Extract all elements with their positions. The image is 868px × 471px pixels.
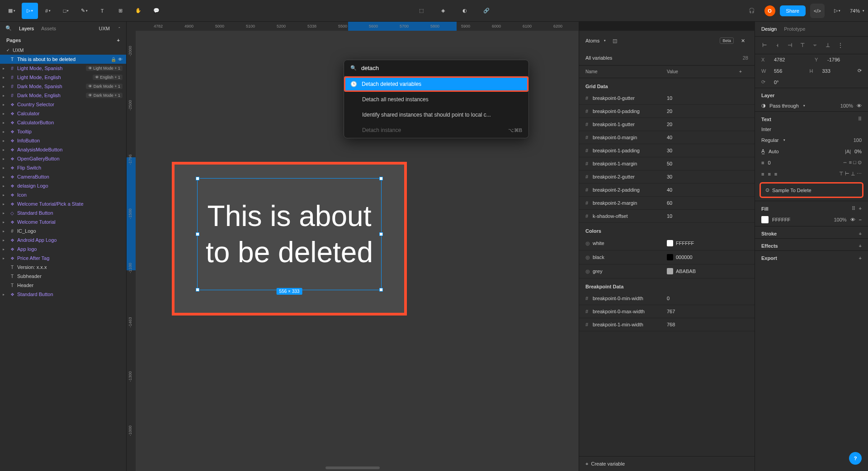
variable-row[interactable]: #breakpoint-1-margin50 <box>579 157 755 170</box>
variable-row[interactable]: #breakpoint-1-padding30 <box>579 144 755 157</box>
layer-row[interactable]: TVersion: x.x.x <box>0 263 126 272</box>
constrain-icon[interactable]: ⟳ <box>858 68 862 74</box>
dev-mode-button[interactable]: </> <box>810 4 825 18</box>
line-height-value[interactable]: Auto <box>769 149 779 154</box>
link-icon[interactable]: 🔗 <box>478 3 495 19</box>
zoom-level[interactable]: 74%▾ <box>850 8 864 14</box>
avatar[interactable]: O <box>764 5 775 16</box>
layer-row[interactable]: ▸❖Price After Tag <box>0 254 126 263</box>
layer-row[interactable]: ▸❖Icon <box>0 190 126 199</box>
resources-tool[interactable]: ⊞ <box>112 3 128 19</box>
font-family[interactable]: Inter <box>761 127 771 132</box>
component-icon[interactable]: ⬚ <box>413 3 429 19</box>
layer-row[interactable]: THeader <box>0 281 126 290</box>
hand-tool[interactable]: ✋ <box>130 3 146 19</box>
variable-row[interactable]: #breakpoint-0-min-width0 <box>579 292 755 305</box>
align-bottom-icon[interactable]: ⊥ <box>823 40 833 50</box>
layer-row[interactable]: ▸◇Standard Button <box>0 208 126 217</box>
prototype-tab[interactable]: Prototype <box>784 26 805 32</box>
palette-item[interactable]: Identify shared instances that should po… <box>344 107 528 122</box>
x-value[interactable]: 4782 <box>774 57 808 62</box>
font-size[interactable]: 100 <box>854 137 862 143</box>
layer-row[interactable]: ▸❖CalculatorButton <box>0 118 126 127</box>
resize-h-icon[interactable]: ≡ <box>849 160 852 165</box>
add-fill-button[interactable]: + <box>859 206 862 212</box>
align-left-text-icon[interactable]: ≡ <box>761 171 764 177</box>
variable-row[interactable]: #breakpoint-2-margin60 <box>579 197 755 210</box>
share-button[interactable]: Share <box>780 5 806 16</box>
scrollbar-horizontal[interactable] <box>326 466 380 469</box>
help-button[interactable]: ? <box>849 452 862 465</box>
distribute-icon[interactable]: ⋮ <box>835 40 845 50</box>
move-tool[interactable]: ▷▾ <box>22 3 38 19</box>
layers-tab[interactable]: Layers <box>19 26 34 31</box>
layer-row[interactable]: ▸❖delasign Logo <box>0 181 126 190</box>
add-page-button[interactable]: + <box>117 38 120 43</box>
layer-row[interactable]: ▸#Light Mode, English👁 English + 1 <box>0 73 126 82</box>
v-align-bot-icon[interactable]: ⊥ <box>851 171 855 176</box>
close-icon[interactable]: ✕ <box>737 35 748 46</box>
variable-row[interactable]: ◎whiteFFFFFF <box>579 236 755 250</box>
file-caret-icon[interactable]: ⌃ <box>118 27 121 30</box>
variable-row[interactable]: #breakpoint-0-margin40 <box>579 131 755 144</box>
paragraph-value[interactable]: 0 <box>768 160 770 165</box>
all-variables-label[interactable]: All variables <box>585 55 612 61</box>
align-v-center-icon[interactable]: ⫟ <box>810 40 820 50</box>
layer-row[interactable]: ▸#IC_Logo <box>0 226 126 236</box>
y-value[interactable]: -1796 <box>827 57 862 62</box>
v-align-mid-icon[interactable]: ⊢ <box>845 171 849 176</box>
align-h-center-icon[interactable]: ⫞ <box>772 40 782 50</box>
audio-icon[interactable]: 🎧 <box>744 3 760 19</box>
variable-row[interactable]: #breakpoint-2-padding40 <box>579 184 755 197</box>
menu-button[interactable]: ▦▾ <box>4 3 20 19</box>
palette-item[interactable]: 🕒Detach deleted variables <box>344 76 528 92</box>
align-top-icon[interactable]: ⊤ <box>797 40 807 50</box>
letter-spacing-value[interactable]: 0% <box>854 149 862 154</box>
layer-row[interactable]: ▸❖Welcome Tutorial/Pick a State <box>0 199 126 208</box>
variable-pill[interactable]: ⊙Sample To Delete <box>760 182 863 198</box>
assets-tab[interactable]: Assets <box>41 26 56 31</box>
text-tool[interactable]: T <box>94 3 110 19</box>
comment-tool[interactable]: 💬 <box>148 3 165 19</box>
layer-row[interactable]: ▸❖CameraButton <box>0 172 126 181</box>
layer-row[interactable]: ▸❖InfoButton <box>0 136 126 145</box>
style-icon[interactable]: ⠿ <box>858 116 862 122</box>
collection-name[interactable]: Atoms <box>585 38 599 43</box>
variable-row[interactable]: #breakpoint-2-gutter30 <box>579 170 755 184</box>
layer-row[interactable]: ▸❖Welcome Tutorial <box>0 217 126 226</box>
add-column-button[interactable]: + <box>739 69 748 74</box>
layer-row[interactable]: ▸#Light Mode, Spanish👁 Light Mode + 1 <box>0 64 126 73</box>
align-center-text-icon[interactable]: ≡ <box>768 171 770 177</box>
rotation-value[interactable]: 0° <box>774 80 862 85</box>
selected-frame[interactable]: This is about to be deleted 556 × 333 <box>172 162 407 316</box>
layer-row[interactable]: ▸❖Tooltip <box>0 127 126 136</box>
font-weight[interactable]: Regular <box>761 137 779 143</box>
variable-row[interactable]: #k-shadow-offset10 <box>579 210 755 223</box>
resize-auto-icon[interactable]: ↔ <box>843 160 848 165</box>
layer-row[interactable]: TSubheader <box>0 272 126 281</box>
layer-row[interactable]: ▸❖Standard Button <box>0 290 126 299</box>
layer-row[interactable]: ▸❖AnalysisModeButton <box>0 145 126 154</box>
layer-row[interactable]: ▸❖OpenGalleryButton <box>0 154 126 163</box>
variable-row[interactable]: #breakpoint-1-min-width768 <box>579 318 755 331</box>
visibility-icon[interactable]: 👁 <box>857 103 862 108</box>
pen-tool[interactable]: ✎▾ <box>76 3 92 19</box>
h-value[interactable]: 333 <box>822 68 852 74</box>
selection-box[interactable]: This is about to be deleted <box>197 178 382 290</box>
present-button[interactable]: ▷▾ <box>829 3 845 19</box>
variable-row[interactable]: #breakpoint-0-max-width767 <box>579 305 755 318</box>
fill-hex[interactable]: FFFFFF <box>772 217 790 222</box>
mask-icon[interactable]: ◈ <box>435 3 451 19</box>
fill-swatch[interactable] <box>761 216 769 223</box>
palette-search-input[interactable] <box>361 65 522 71</box>
style-picker-icon[interactable]: ⠿ <box>852 206 855 212</box>
opacity-value[interactable]: 100% <box>840 103 853 108</box>
boolean-icon[interactable]: ◐ <box>457 3 473 19</box>
create-variable-button[interactable]: Create variable <box>591 461 625 466</box>
layer-row[interactable]: ▸❖Country Selector <box>0 100 126 109</box>
search-icon[interactable]: 🔍 <box>5 25 12 31</box>
design-tab[interactable]: Design <box>761 26 777 32</box>
variable-row[interactable]: #breakpoint-0-padding20 <box>579 105 755 118</box>
remove-fill-button[interactable]: − <box>859 217 862 222</box>
v-align-top-icon[interactable]: ⊤ <box>839 171 844 176</box>
